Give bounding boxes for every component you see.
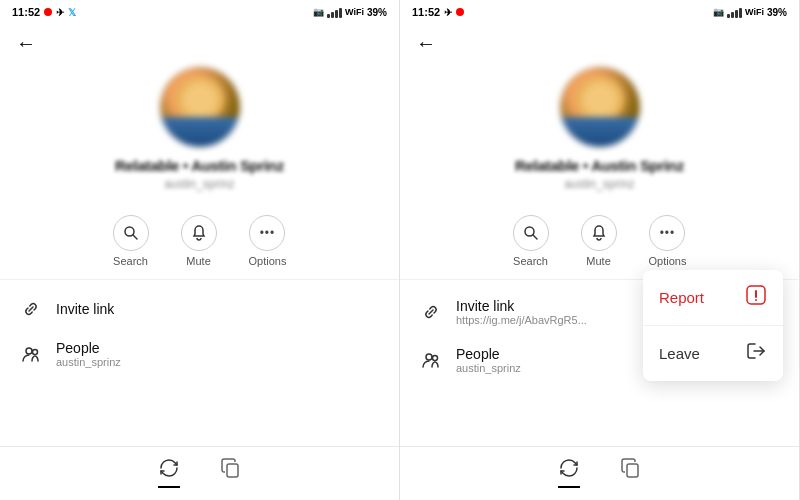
invite-subtitle-right: https://ig.me/j/AbavRgR5... (456, 314, 587, 326)
battery-left: 39% (367, 7, 387, 18)
search-label-right: Search (513, 255, 548, 267)
battery-right: 39% (767, 7, 787, 18)
svg-point-7 (426, 354, 432, 360)
people-subtitle-right: austin_sprinz (456, 362, 521, 374)
search-btn-right[interactable]: Search (513, 215, 549, 267)
leave-button[interactable]: Leave (643, 326, 783, 381)
leave-label: Leave (659, 345, 700, 362)
report-button[interactable]: Report (643, 270, 783, 326)
svg-point-11 (755, 299, 757, 301)
people-content-right: People austin_sprinz (456, 346, 521, 374)
search-icon-left (113, 215, 149, 251)
nav-bar-left: ← (0, 24, 399, 59)
refresh-tab-right[interactable] (558, 457, 580, 488)
invite-link-item-left[interactable]: Invite link (0, 288, 399, 330)
options-btn-right[interactable]: ••• Options (649, 215, 687, 267)
svg-point-3 (33, 350, 38, 355)
search-label-left: Search (113, 255, 148, 267)
people-icon-right (420, 349, 442, 371)
options-label-right: Options (649, 255, 687, 267)
camera-icon-right: 📷 (713, 7, 724, 17)
invite-content-left: Invite link (56, 301, 114, 317)
notification-dot-left (44, 8, 52, 16)
invite-title-right: Invite link (456, 298, 587, 314)
time-left: 11:52 (12, 6, 40, 18)
signal-bars-left (327, 6, 342, 18)
mute-label-right: Mute (586, 255, 610, 267)
bottom-tabs-right (400, 446, 799, 500)
svg-point-2 (26, 348, 32, 354)
signal-bars-right (727, 6, 742, 18)
time-right: 11:52 (412, 6, 440, 18)
status-time-right: 11:52 ✈ (412, 6, 464, 18)
people-icon-left (20, 343, 42, 365)
avatar-image-left (160, 67, 240, 147)
wifi-icon: WiFi (345, 7, 364, 17)
link-icon-left (20, 298, 42, 320)
twitter-icon: 𝕏 (68, 7, 76, 18)
copy-tab-left[interactable] (220, 457, 242, 488)
options-icon-left: ••• (249, 215, 285, 251)
status-bar-left: 11:52 ✈ 𝕏 📷 WiFi 39% (0, 0, 399, 24)
mute-label-left: Mute (186, 255, 210, 267)
divider-left (0, 279, 399, 280)
invite-title-left: Invite link (56, 301, 114, 317)
username-main-left: Relatable • Austin Sprinz (115, 157, 284, 174)
svg-rect-13 (627, 464, 638, 477)
search-btn-left[interactable]: Search (113, 215, 149, 267)
leave-icon (745, 340, 767, 367)
wifi-icon-right: WiFi (745, 7, 764, 17)
invite-content-right: Invite link https://ig.me/j/AbavRgR5... (456, 298, 587, 326)
dropdown-menu: Report Leave (643, 270, 783, 381)
back-button-left[interactable]: ← (16, 32, 36, 55)
status-icons-right: 📷 WiFi 39% (713, 6, 787, 18)
status-time-left: 11:52 ✈ 𝕏 (12, 6, 76, 18)
report-label: Report (659, 289, 704, 306)
mute-icon-left (181, 215, 217, 251)
report-icon (745, 284, 767, 311)
status-icons-left: 📷 WiFi 39% (313, 6, 387, 18)
mute-icon-right (581, 215, 617, 251)
people-title-right: People (456, 346, 521, 362)
people-content-left: People austin_sprinz (56, 340, 121, 368)
options-icon-right: ••• (649, 215, 685, 251)
avatar-left (160, 67, 240, 147)
camera-icon: 📷 (313, 7, 324, 17)
list-section-left: Invite link People austin_sprinz (0, 284, 399, 382)
mute-btn-right[interactable]: Mute (581, 215, 617, 267)
search-icon-right (513, 215, 549, 251)
back-button-right[interactable]: ← (416, 32, 436, 55)
link-icon-right (420, 301, 442, 323)
profile-section-right: Relatable • Austin Sprinz austin_sprinz (400, 59, 799, 203)
svg-point-8 (433, 356, 438, 361)
action-buttons-left: Search Mute ••• Options (0, 203, 399, 275)
airplane-icon-right: ✈ (444, 7, 452, 18)
nav-bar-right: ← (400, 24, 799, 59)
airplane-icon: ✈ (56, 7, 64, 18)
username-sub-left: austin_sprinz (164, 177, 235, 191)
svg-rect-4 (227, 464, 238, 477)
avatar-right (560, 67, 640, 147)
username-main-right: Relatable • Austin Sprinz (515, 157, 684, 174)
profile-section-left: Relatable • Austin Sprinz austin_sprinz (0, 59, 399, 203)
status-bar-right: 11:52 ✈ 📷 WiFi 39% (400, 0, 799, 24)
people-subtitle-left: austin_sprinz (56, 356, 121, 368)
notification-dot-right (456, 8, 464, 16)
left-panel: 11:52 ✈ 𝕏 📷 WiFi 39% ← Relatable • Austi… (0, 0, 400, 500)
copy-tab-right[interactable] (620, 457, 642, 488)
action-buttons-right: Search Mute ••• Options (400, 203, 799, 275)
avatar-image-right (560, 67, 640, 147)
svg-line-6 (533, 235, 537, 239)
refresh-tab-left[interactable] (158, 457, 180, 488)
options-label-left: Options (249, 255, 287, 267)
mute-btn-left[interactable]: Mute (181, 215, 217, 267)
username-sub-right: austin_sprinz (564, 177, 635, 191)
options-btn-left[interactable]: ••• Options (249, 215, 287, 267)
people-title-left: People (56, 340, 121, 356)
bottom-tabs-left (0, 446, 399, 500)
people-item-left[interactable]: People austin_sprinz (0, 330, 399, 378)
svg-line-1 (133, 235, 137, 239)
right-panel: 11:52 ✈ 📷 WiFi 39% ← Relatable • Austin … (400, 0, 800, 500)
